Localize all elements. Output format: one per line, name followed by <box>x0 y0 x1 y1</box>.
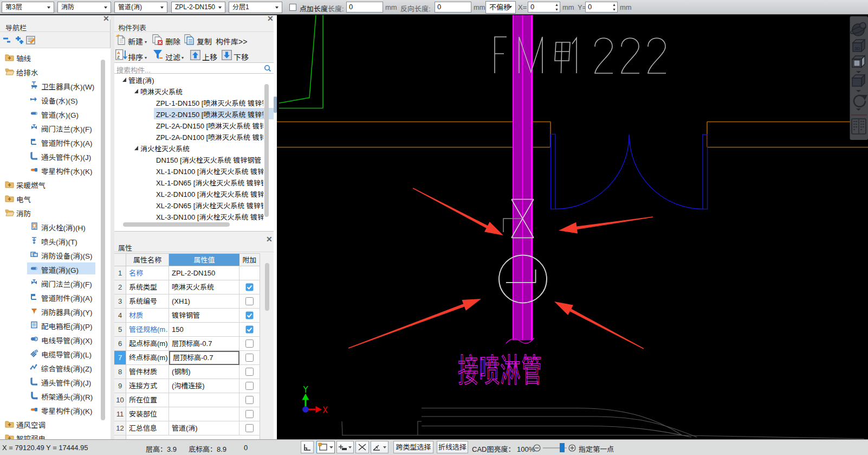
svg-text:3D: 3D <box>854 46 860 51</box>
svg-text:接喷淋管: 接喷淋管 <box>458 344 542 391</box>
